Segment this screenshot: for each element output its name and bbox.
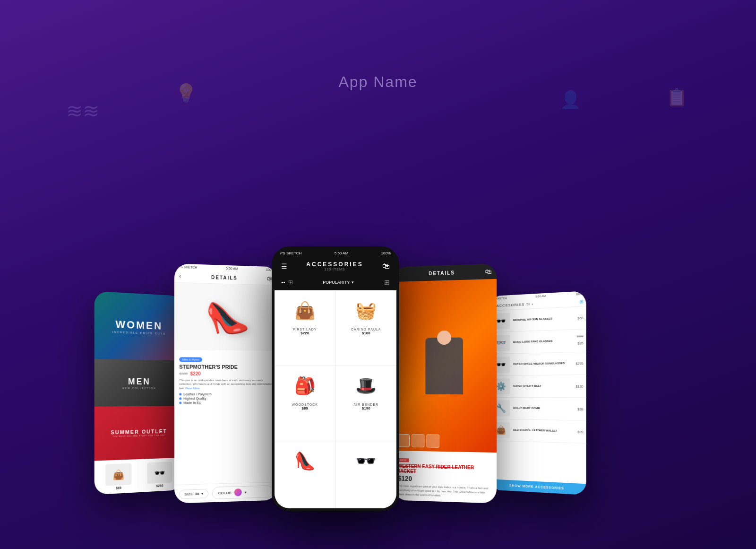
p5-price-4: $120 [576, 384, 583, 388]
p2-feature-2: Highest Quality [179, 397, 273, 401]
lightbulb-icon: 💡 [175, 83, 197, 104]
p5-name-1: BROWNIE HIP SUN GLASSES [513, 316, 575, 322]
p2-footer: SIZE 38 ▾ COLOR ▾ [174, 482, 278, 504]
p5-row-6[interactable]: 👜 OLD SCHOOL LEATHER WALLET $99 [489, 419, 586, 443]
p3-filter-icon[interactable]: ⊞ [384, 279, 390, 286]
p2-shoe-area: 👠 ♥ [174, 283, 278, 351]
p3-item-img-6: 🕶️ [347, 446, 385, 477]
p4-bag-icon[interactable]: 🛍 [485, 268, 491, 276]
p3-item-5[interactable]: 👠 [275, 441, 335, 508]
p3-header: ☰ ACCESSORIES 130 ITEMS 🛍 [275, 257, 396, 275]
p5-header-icons: ⊞ [579, 299, 583, 305]
summer-section: SUMMER OUTLET THE BEST-SELLING STUFF FOR… [111, 428, 167, 437]
p3-item-name-2: CARING PAULA [351, 328, 381, 331]
p2-feature-3: Made In EU [179, 401, 273, 405]
p3-filters: ▪▪ ⊞ POPULARITY ▾ ⊞ [275, 275, 396, 290]
p5-info-4: SUPER UTILITY BELT [513, 384, 573, 388]
p3-item-name-1: FIRST LADY [293, 328, 317, 331]
p5-price-6: $99 [577, 430, 583, 433]
p3-bag-icon[interactable]: 🛍 [382, 262, 390, 270]
p3-item-6[interactable]: 🕶️ [336, 441, 397, 508]
p5-name-5: HOLLY MARY COMB [513, 407, 575, 411]
p5-count: 59 [526, 303, 530, 306]
p4-model-area [393, 279, 497, 453]
p1-product-1: 👜 $89 [105, 463, 131, 490]
p5-product-list: 🕶️ BROWNIE HIP SUN GLASSES $68 👓 BASIC L… [489, 306, 586, 484]
p1-price-1: $89 [116, 486, 121, 490]
p3-subtitle: 130 ITEMS [306, 268, 363, 271]
p5-row-4[interactable]: ⚙️ SUPER UTILITY BELT $120 [489, 375, 586, 398]
p5-title: ACCESORIES [497, 302, 524, 308]
p3-item-4[interactable]: 🎩 AIR BENDER $190 [336, 366, 397, 440]
p2-size-selector[interactable]: SIZE 38 ▾ [179, 489, 208, 499]
p5-info-5: HOLLY MARY COMB [513, 407, 575, 411]
p4-body: NEW WESTERN EASY RIDER LEATHER JACKET $1… [393, 451, 497, 504]
p4-title: DETAILS [429, 270, 455, 276]
p3-statusbar: PS SKETCH 5:50 AM 100% [275, 249, 396, 257]
phone-2: PS SKETCH 5:50 AM 100% ‹ DETAILS 🛍 👠 ♥ [174, 263, 278, 503]
user-icon: 👤 [560, 90, 581, 110]
p2-description: This pair is an undisputable must-have o… [179, 378, 273, 391]
p3-grid-view-icon[interactable]: ▪▪ [281, 279, 285, 286]
p3-item-price-1: $220 [301, 331, 309, 335]
p1-price-2: $295 [156, 484, 163, 488]
p3-item-img-3: 🎒 [286, 370, 324, 401]
p3-header-center: ACCESSORIES 130 ITEMS [306, 261, 363, 271]
phones-container: WOMEN INCREDIBLE PRICE CUTS MEN NEW COLL… [94, 246, 662, 511]
p3-menu-icon[interactable]: ☰ [281, 262, 287, 270]
p2-read-more[interactable]: Read More [185, 387, 199, 390]
p4-description: The most significant part of your look t… [398, 484, 492, 499]
p3-list-view-icon[interactable]: ⊞ [288, 279, 293, 286]
p5-row-5[interactable]: 🔧 HOLLY MARY COMB $38 [489, 398, 586, 421]
p5-row-3[interactable]: 🕶️ OUTER SPACE VISITOR SUNGLASSES $295 [489, 352, 586, 376]
p3-item-price-4: $190 [362, 406, 370, 410]
p3-item-2[interactable]: 🧺 CARING PAULA $108 [336, 290, 397, 365]
p2-bullet-1 [179, 393, 181, 395]
p3-item-name-3: WOODSTOCK [292, 403, 318, 406]
p5-price-5: $38 [577, 407, 583, 410]
p2-shoe-image: 👠 [202, 294, 251, 341]
p3-title: ACCESSORIES [306, 261, 363, 268]
p3-item-3[interactable]: 🎒 WOODSTOCK $89 [275, 366, 335, 440]
p2-color-selector[interactable]: COLOR ▾ [212, 485, 273, 499]
clipboard-icon: 📋 [666, 87, 687, 107]
p2-back-icon[interactable]: ‹ [179, 273, 181, 279]
p4-new-badge: NEW [398, 458, 409, 462]
men-section: MEN NEW COLLECTION [122, 376, 156, 389]
p5-grid-icon[interactable]: ⊞ [579, 299, 583, 305]
p2-color-circle [234, 488, 242, 496]
p1-product-img-1: 👜 [105, 463, 131, 486]
p5-info-6: OLD SCHOOL LEATHER WALLET [513, 428, 575, 434]
p1-products: 👜 $89 🕶️ $295 [94, 458, 182, 495]
p5-price-1: $68 [577, 316, 583, 320]
p2-prices: $380 $220 [179, 371, 273, 377]
p5-price-3: $295 [576, 362, 583, 365]
p2-feature-1: Leather / Polymers [179, 392, 273, 396]
p4-price: $120 [398, 474, 492, 484]
waveform-icon: ≋≋ [66, 99, 99, 122]
p5-header-left: ☰ ACCESORIES 59 ▾ [492, 302, 533, 308]
p3-item-price-3: $89 [302, 406, 308, 410]
p5-info-2: BASIC LOOK FAKE GLASSES [513, 339, 574, 345]
p3-item-img-2: 🧺 [347, 295, 385, 326]
p4-thumb-3[interactable] [426, 434, 439, 447]
p5-name-4: SUPER UTILITY BELT [513, 384, 573, 388]
p2-old-price: $380 [179, 372, 188, 376]
p5-row-1[interactable]: 🕶️ BROWNIE HIP SUN GLASSES $68 [489, 306, 586, 332]
p4-figure [425, 337, 463, 394]
p4-thumb-2[interactable] [412, 434, 424, 447]
p2-bullet-3 [179, 402, 181, 404]
app-title: App Name [338, 73, 417, 91]
p2-body: Mike & Myers STEPMOTHER'S PRIDE $380 $22… [174, 350, 278, 485]
p1-product-img-2: 🕶️ [147, 462, 172, 484]
p2-title: DETAILS [211, 275, 238, 281]
p3-view-icons: ▪▪ ⊞ [281, 279, 293, 286]
p5-name-3: OUTER SPACE VISITOR SUNGLASSES [513, 362, 573, 366]
p5-row-2[interactable]: 👓 BASIC LOOK FAKE GLASSES $120 $95 [489, 329, 586, 354]
p3-sort[interactable]: POPULARITY ▾ [323, 280, 354, 285]
p3-item-1[interactable]: 👜 FIRST LADY $220 [275, 290, 335, 365]
p2-product-name: STEPMOTHER'S PRIDE [179, 364, 273, 370]
p3-item-name-4: AIR BENDER [353, 403, 378, 406]
p1-product-2: 🕶️ $295 [147, 462, 172, 488]
p2-bullet-2 [179, 398, 181, 400]
